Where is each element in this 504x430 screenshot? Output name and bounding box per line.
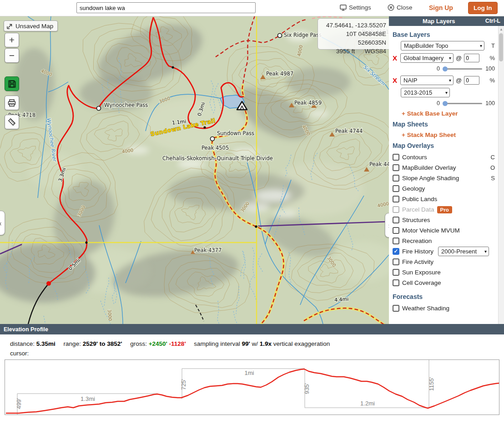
map-layers-title: Map Layers: [393, 18, 485, 25]
topo-map[interactable]: Peak 4101Six Ridge PassPeak 4987Peak 485…: [0, 16, 389, 324]
overlay-fire-activity[interactable]: Fire Activity: [393, 257, 498, 267]
checkbox[interactable]: [393, 258, 399, 265]
map-label-4-4mi: 4.4mi: [334, 296, 349, 303]
overlay-sun-exposure[interactable]: Sun Exposure: [393, 267, 498, 278]
map-label-chehalis-skokomish-quinault-triple-divide: Chehalis-Skokomish-Quinault Triple Divid…: [162, 155, 273, 162]
remove-layer-button[interactable]: X: [393, 54, 398, 62]
forecast-weather-shading[interactable]: Weather Shading: [393, 303, 498, 314]
right-panel-toggle[interactable]: ›: [385, 213, 389, 238]
unsaved-map-button[interactable]: Unsaved Map: [4, 20, 58, 31]
opacity-slider[interactable]: [443, 68, 482, 70]
sign-up-link[interactable]: Sign Up: [429, 4, 453, 11]
opacity-slider[interactable]: [443, 103, 482, 104]
overlay-cell-coverage[interactable]: Cell Coverage: [393, 278, 498, 288]
slider-handle[interactable]: [443, 66, 448, 71]
base-layer-shortcut: T: [491, 42, 495, 49]
naip-year-value: 2013-2015: [404, 89, 432, 96]
stack-base-layer-link[interactable]: + Stack Base Layer: [402, 110, 498, 117]
checkbox[interactable]: [393, 269, 399, 276]
elevation-chart-svg[interactable]: 1.3mi499'1mi725'1.2mi935'1155': [5, 360, 499, 415]
stacked-layer-select[interactable]: NAIP ▾: [400, 76, 454, 85]
map-label-peak-442: Peak 442: [369, 161, 389, 167]
checkbox: [393, 206, 399, 213]
checkbox[interactable]: ✓: [393, 248, 399, 255]
log-in-button[interactable]: Log In: [468, 2, 498, 14]
overlay-fire-history[interactable]: ✓Fire History2000-Present▾: [393, 246, 498, 257]
map-canvas[interactable]: Peak 4101Six Ridge PassPeak 4987Peak 485…: [0, 16, 389, 324]
segment-distance-label: 1.3mi: [81, 395, 95, 402]
zoom-out-button[interactable]: −: [5, 48, 19, 63]
slider-max-label: 100: [485, 100, 495, 106]
print-button[interactable]: [5, 96, 19, 110]
map-layers-body: Base Layers MapBuilder Topo ▾ T X Global…: [389, 26, 499, 324]
percent-symbol: %: [489, 77, 495, 84]
overlay-public-lands[interactable]: Public Lands: [393, 194, 498, 204]
checkbox[interactable]: [393, 185, 399, 192]
elevation-profile-header[interactable]: Elevation Profile: [0, 324, 504, 334]
opacity-input[interactable]: [464, 54, 479, 62]
checkbox[interactable]: [393, 175, 399, 182]
remove-layer-button[interactable]: X: [393, 76, 398, 84]
segment-elevation-label: 1155': [428, 377, 435, 391]
map-overlays-heading: Map Overlays: [393, 142, 498, 149]
sidebar-scrollbar[interactable]: ▲: [498, 26, 504, 324]
close-icon: [388, 4, 394, 11]
zoom-in-button[interactable]: +: [5, 33, 19, 47]
scroll-up-arrow[interactable]: ▲: [499, 27, 503, 31]
slider-max-label: 100: [485, 66, 495, 72]
checkbox[interactable]: [393, 238, 399, 244]
distance-label: distance:: [10, 340, 35, 347]
checkbox[interactable]: [393, 154, 399, 161]
map-label-peak-4505: Peak 4505: [202, 145, 229, 151]
overlay-mapbuilder-overlay[interactable]: MapBuilder OverlayO: [393, 162, 498, 173]
stack-map-sheet-link[interactable]: + Stack Map Sheet: [402, 132, 498, 138]
stacked-layer-row: X Global Imagery ▾ @ %: [393, 53, 498, 63]
overlay-shortcut: C: [491, 154, 495, 161]
settings-monitor-icon: [340, 5, 347, 11]
overlay-motor-vehicle-mvum[interactable]: Motor Vehicle MVUM: [393, 225, 498, 236]
checkbox[interactable]: [393, 196, 399, 202]
checkbox[interactable]: [393, 164, 399, 171]
elevation-chart[interactable]: 1.3mi499'1mi725'1.2mi935'1155': [5, 359, 499, 415]
checkbox[interactable]: [393, 305, 399, 312]
coordinate-latlon: 47.54641, -123.55207: [320, 21, 386, 30]
sampling-label: sampling interval: [194, 340, 240, 347]
overlay-parcel-data[interactable]: Parcel DataPro: [393, 204, 498, 215]
map-label-sundown-pass: Sundown Pass: [217, 130, 254, 137]
overlay-structures[interactable]: Structures: [393, 215, 498, 225]
overlay-slope-angle-shading[interactable]: Slope Angle ShadingS: [393, 173, 498, 183]
overlay-label: Parcel Data: [402, 206, 434, 213]
overlay-geology[interactable]: Geology: [393, 183, 498, 194]
search-input[interactable]: [76, 2, 256, 13]
checkbox[interactable]: [393, 217, 399, 223]
segment-distance-label: 1mi: [245, 369, 254, 376]
overlay-contours[interactable]: ContoursC: [393, 152, 498, 162]
range-value: 2529' to 3852': [83, 340, 122, 347]
overlay-label: Public Lands: [402, 196, 437, 202]
overlay-recreation[interactable]: Recreation: [393, 236, 498, 246]
track-end-dot[interactable]: [46, 281, 51, 286]
save-map-button[interactable]: [5, 76, 19, 91]
coordinate-elevation-line: 3955 ft WGS84: [320, 47, 386, 56]
naip-year-select[interactable]: 2013-2015 ▾: [401, 88, 450, 97]
coordinate-datum: WGS84: [365, 48, 386, 55]
close-button[interactable]: Close: [388, 4, 413, 11]
sampling-value: 99': [242, 340, 250, 347]
fire-history-range-select[interactable]: 2000-Present▾: [438, 247, 489, 256]
slider-handle[interactable]: [443, 101, 448, 106]
map-layers-shortcut: Ctrl-L: [485, 18, 500, 24]
opacity-input[interactable]: [464, 76, 479, 85]
opacity-slider-row: 0 100: [437, 100, 495, 106]
checkbox[interactable]: [393, 227, 399, 234]
checkbox[interactable]: [393, 279, 399, 286]
left-panel-toggle[interactable]: ‹: [0, 211, 5, 235]
at-symbol: @: [456, 77, 462, 84]
profile-stats: distance: 5.35mi range: 2529' to 3852' g…: [10, 340, 330, 347]
base-layer-select[interactable]: MapBuilder Topo ▾: [401, 41, 484, 51]
stacked-layer-select[interactable]: Global Imagery ▾: [400, 53, 454, 63]
segment-elevation-label: 725': [180, 379, 187, 390]
measure-button[interactable]: [5, 115, 19, 129]
scrollbar-thumb[interactable]: [499, 33, 503, 61]
settings-button[interactable]: Settings: [340, 4, 371, 11]
base-layer-value: MapBuilder Topo: [404, 42, 448, 49]
